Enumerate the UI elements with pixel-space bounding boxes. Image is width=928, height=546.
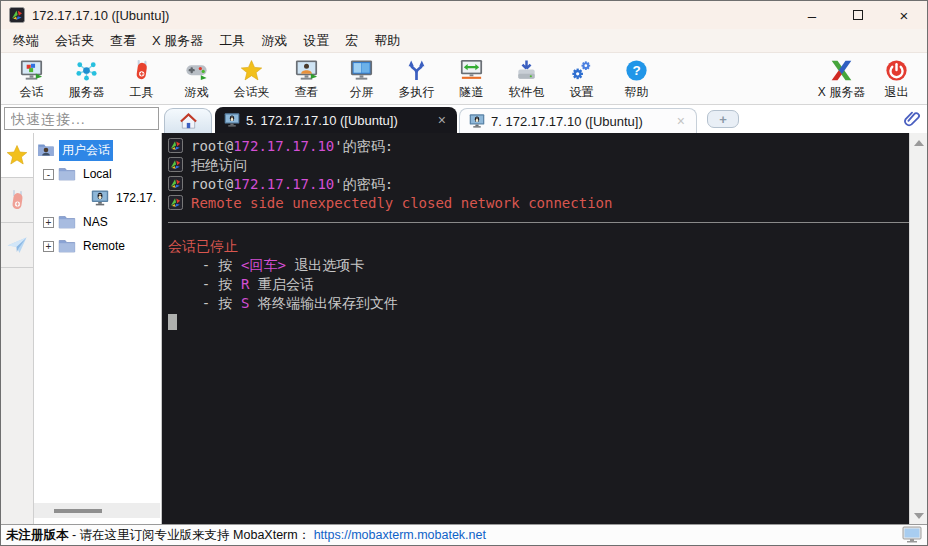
session-tab-tab-5[interactable]: 5. 172.17.17.10 ([Ubuntu])×	[215, 107, 457, 133]
tab-close-icon[interactable]: ×	[675, 113, 687, 129]
scroll-down-icon[interactable]	[914, 513, 924, 519]
toolbar-packages-button[interactable]: 软件包	[499, 53, 554, 104]
terminal-text: 退出选项卡	[286, 257, 364, 273]
rail-macros-button[interactable]	[1, 223, 33, 268]
menu-item-settings[interactable]: 设置	[295, 29, 337, 53]
menu-item-x-server[interactable]: X 服务器	[144, 29, 211, 53]
multiexec-icon	[404, 58, 429, 83]
mobatek-link[interactable]: https://mobaxterm.mobatek.net	[314, 528, 486, 542]
toolbar-x-server-button[interactable]: X 服务器	[814, 53, 869, 104]
scrollbar-thumb[interactable]	[54, 509, 102, 513]
terminal-text: - 按	[168, 257, 241, 273]
toolbar-help-button[interactable]: ?帮助	[609, 53, 664, 104]
tree-horizontal-scrollbar[interactable]	[34, 503, 160, 518]
toolbar-servers-label: 服务器	[69, 84, 105, 101]
app-logo-icon	[9, 7, 25, 23]
folder-icon	[58, 213, 76, 231]
menu-item-tools[interactable]: 工具	[211, 29, 253, 53]
menu-item-sessions-folder[interactable]: 会话夹	[47, 29, 102, 53]
session-tabs: 5. 172.17.17.10 ([Ubuntu])×7. 172.17.17.…	[164, 107, 899, 133]
main-area: 用户会话-Local172.17.+NAS+Remote root@172.17…	[1, 133, 927, 524]
terminal-scrollbar[interactable]	[909, 133, 927, 524]
expander-minus-icon[interactable]: -	[43, 169, 54, 180]
toolbar-split-button[interactable]: 分屏	[334, 53, 389, 104]
terminal-text: - 按	[168, 295, 241, 311]
tree-item-local[interactable]: -Local	[34, 162, 161, 186]
view-icon	[294, 58, 319, 83]
terminal-tux-icon	[469, 113, 485, 129]
toolbar-games-button[interactable]: 游戏	[169, 53, 224, 104]
toolbar-games-label: 游戏	[185, 84, 209, 101]
moba-logo-icon	[168, 157, 183, 172]
tree-item-label: NAS	[80, 213, 111, 231]
toolbar-tools-label: 工具	[130, 84, 154, 101]
tree-item-nas[interactable]: +NAS	[34, 210, 161, 234]
session-icon	[19, 58, 44, 83]
toolbar-servers-button[interactable]: 服务器	[59, 53, 114, 104]
toolbar-tools-button[interactable]: 工具	[114, 53, 169, 104]
close-button[interactable]: ×	[881, 1, 927, 29]
new-tab-button[interactable]: +	[707, 110, 739, 128]
menu-item-games[interactable]: 游戏	[253, 29, 295, 53]
toolbar-sessions-folder-button[interactable]: 会话夹	[224, 53, 279, 104]
toolbar-tunnel-button[interactable]: 隧道	[444, 53, 499, 104]
expander-plus-icon[interactable]: +	[43, 241, 54, 252]
paperclip-icon[interactable]	[903, 109, 921, 129]
menu-bar: 终端会话夹查看X 服务器工具游戏设置宏帮助	[1, 29, 927, 53]
toolbar-exit-button[interactable]: 退出	[869, 53, 924, 104]
moba-logo-icon	[168, 195, 183, 210]
window-title: 172.17.17.10 ([Ubuntu])	[32, 8, 169, 23]
terminal-tux-icon	[224, 112, 240, 128]
toolbar-multiexec-button[interactable]: 多执行	[389, 53, 444, 104]
terminal-line: Remote side unexpectedly closed network …	[168, 194, 909, 213]
toolbar-settings-label: 设置	[570, 84, 594, 101]
tree-item-remote[interactable]: +Remote	[34, 234, 161, 258]
split-icon	[349, 58, 374, 83]
rail-favorites-button[interactable]	[1, 133, 33, 178]
games-icon	[184, 58, 209, 83]
maximize-button[interactable]	[835, 1, 881, 29]
knife-icon	[5, 188, 29, 212]
home-tab-button[interactable]	[164, 108, 212, 133]
terminal-text: Remote side unexpectedly closed network …	[191, 195, 612, 211]
session-tab-tab-7[interactable]: 7. 172.17.17.10 ([Ubuntu])×	[459, 108, 697, 133]
terminal-output[interactable]: root@172.17.17.10'的密码:拒绝访问root@172.17.17…	[162, 133, 909, 524]
toolbar-view-button[interactable]: 查看	[279, 53, 334, 104]
tab-close-icon[interactable]: ×	[436, 112, 448, 128]
unregistered-label: 未注册版本	[6, 527, 69, 544]
expander-plus-icon[interactable]: +	[43, 217, 54, 228]
tab-label: 5. 172.17.17.10 ([Ubuntu])	[246, 113, 398, 128]
menu-item-terminal[interactable]: 终端	[5, 29, 47, 53]
tree-item-user-sessions[interactable]: 用户会话	[34, 138, 161, 162]
tree-item-host-172[interactable]: 172.17.	[34, 186, 161, 210]
quick-connect-input[interactable]	[4, 107, 159, 130]
toolbar-help-label: 帮助	[625, 84, 649, 101]
tab-label: 7. 172.17.17.10 ([Ubuntu])	[491, 114, 643, 129]
packages-icon	[514, 58, 539, 83]
scroll-up-icon[interactable]	[914, 140, 924, 146]
folder-icon	[58, 237, 76, 255]
terminal-line: 会话已停止	[168, 237, 909, 256]
rail-tools-button[interactable]	[1, 178, 33, 223]
toolbar-tunnel-label: 隧道	[460, 84, 484, 101]
toolbar-multiexec-label: 多执行	[399, 84, 435, 101]
menu-item-view[interactable]: 查看	[102, 29, 144, 53]
tree-item-label: Remote	[80, 237, 128, 255]
help-icon: ?	[624, 58, 649, 83]
terminal-text: '的密码:	[334, 138, 393, 154]
terminal-text: 将终端输出保存到文件	[249, 295, 397, 311]
tunnel-icon	[459, 58, 484, 83]
user-folder-icon	[37, 141, 55, 159]
sessions-tree: 用户会话-Local172.17.+NAS+Remote	[34, 133, 162, 524]
toolbar-sessions-folder-label: 会话夹	[234, 84, 270, 101]
menu-item-macros[interactable]: 宏	[337, 29, 366, 53]
toolbar-right-group: X 服务器退出	[814, 53, 924, 104]
toolbar-settings-button[interactable]: 设置	[554, 53, 609, 104]
toolbar-session-button[interactable]: 会话	[4, 53, 59, 104]
terminal-text: 会话已停止	[168, 238, 238, 254]
maximize-icon	[853, 10, 863, 20]
home-icon	[179, 112, 198, 131]
terminal-line: root@172.17.17.10'的密码:	[168, 175, 909, 194]
menu-item-help[interactable]: 帮助	[366, 29, 408, 53]
minimize-button[interactable]: –	[789, 1, 835, 29]
